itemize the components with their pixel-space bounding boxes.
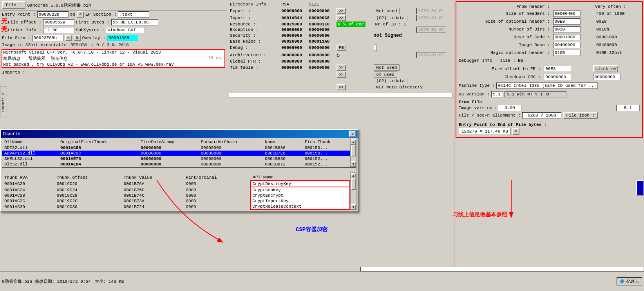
debug-rva: 00000000 (280, 44, 307, 51)
hint4: 0000 (183, 198, 250, 204)
import-label: Import : (228, 14, 280, 22)
right-scrollbar-h[interactable] (360, 267, 644, 271)
debug-dropdown[interactable] (374, 45, 377, 51)
sooh-val2: 00E0 (595, 19, 608, 24)
tds2: 00000000 (138, 151, 198, 156)
table-row: Resource : 00025000 000001E0 0 % of exe … (228, 22, 453, 27)
trva5: 0001AC30 (2, 204, 54, 210)
exception-date: 1970-01-01 (416, 27, 446, 33)
table-row: Magic optional header : 010B 010B 32bit (458, 49, 640, 56)
table-row: Number of Dirs : 0010 0010h (458, 26, 640, 33)
file-alignment-val: 0200 / 1000 (522, 112, 561, 119)
ft1: 000150... (302, 145, 350, 151)
arch-size: 00000000 (308, 51, 335, 59)
top-scrollbar-v[interactable]: ▲ ▼ (350, 139, 356, 167)
col-thunk-rva: Thunk RVA (2, 174, 54, 181)
ib-val1: 00400000 (553, 42, 581, 48)
hint1: 0000 (183, 181, 250, 187)
entry-to-end-btn[interactable]: > (512, 128, 520, 135)
nod-label: Number of Dirs : (458, 26, 551, 33)
table-row: 0001AC24 00019C24 0001B75C 0000 CryptGen… (2, 187, 350, 193)
globalptr-size: 00000000 (308, 59, 335, 64)
debug-pb-btn[interactable]: PB (336, 45, 346, 51)
n4: 0001B872 (262, 162, 302, 167)
tval3: 0001B74C (121, 193, 184, 198)
from-file-title: From file (459, 100, 482, 104)
table-row-selected[interactable]: ADVAPI32.dll 0001AC0C 00000000 00000000 … (2, 151, 350, 156)
tls-arrow-btn[interactable]: >> (336, 65, 346, 71)
image-version-right: 5.1 (616, 105, 640, 111)
security-label: Security : (228, 32, 280, 39)
export-arrow-btn[interactable]: >> (336, 8, 346, 14)
tls-label: TLS Table : (228, 64, 280, 71)
table-row[interactable]: GDI32.dll 0001AC58 00000000 00000000 000… (2, 145, 350, 151)
scroll-down-btn2[interactable]: ▼ (351, 204, 356, 210)
ib-val2: 00400000 (595, 42, 618, 48)
col-name: Name (262, 139, 302, 145)
click-me-btn[interactable]: click me (593, 65, 619, 72)
net-arrow-btn[interactable]: >> (336, 84, 346, 90)
scroll-down-btn[interactable]: ▼ (351, 161, 356, 167)
blue-side-btn[interactable] (636, 180, 644, 196)
export-date: 1970-01-01 (416, 8, 446, 14)
ib-label: Image Base : (458, 41, 551, 48)
dialog-close-btn[interactable]: ✕ (349, 131, 356, 137)
scroll-up-btn[interactable]: ▲ (351, 139, 356, 145)
debugger-info-label: Debugger Info - size : (459, 58, 516, 63)
taskbar-item[interactable]: 🔷 亿速云 (617, 277, 642, 286)
table-row: TLS Table : 00000000 00000000 >> Not use… (228, 64, 453, 71)
taskbar-label: 亿速云 (626, 278, 639, 284)
toff5: 00019C30 (54, 204, 121, 210)
security-size: 00000000 (308, 32, 335, 39)
basereloc-label: Base Reloc : (228, 39, 280, 44)
extra1-arrow-btn[interactable]: >> (336, 72, 346, 78)
refresh-icon[interactable]: ↻ (336, 52, 340, 58)
col-thunk-value: Thunk Value (121, 174, 184, 181)
exception-rva: 00000000 (280, 27, 307, 32)
checksum-val2: 00000000 (593, 74, 620, 80)
arch-label: Architecture : (228, 51, 280, 59)
subsystem-value: Windows GUI (106, 27, 145, 33)
scroll-up-btn2[interactable]: ▲ (351, 173, 356, 178)
tls-status: Not used (374, 65, 400, 71)
net-meta-label: .NET Meta Directory (374, 85, 423, 90)
file-info: 9勒索病毒.bin 修改日期: 2019/2/2 0:54 (2, 278, 91, 284)
col-hint: Hint/Ordinal (183, 174, 250, 181)
boc-val2: 00001000 (595, 34, 618, 40)
ft2: 000150... (302, 151, 350, 156)
resource-rva: 00025000 (280, 22, 307, 27)
file-size-right-btn[interactable]: N (74, 35, 81, 41)
ep-section-label: EP Section : (85, 12, 116, 17)
api1: CryptDestroyKey (250, 181, 350, 187)
resource-nrid: Nr of ID : 1 (374, 22, 408, 27)
trva1: 0001AC20 (2, 181, 54, 187)
ft4: 000152... (302, 162, 350, 167)
bottom-scrollbar-v[interactable]: ▲ ▼ (350, 172, 356, 210)
table-row: File offset to PE : 00E8 click me (458, 65, 640, 73)
debug-size: 00000000 (308, 44, 335, 51)
security-rva: 00000000 (280, 32, 307, 39)
top-scrollbar-h[interactable] (2, 167, 356, 172)
ep-arrow-btn[interactable]: < (77, 11, 84, 18)
trva4: 0001AC2C (2, 198, 54, 204)
overlay-label: Overlay : (82, 36, 105, 40)
os-version-label: OS version : (459, 92, 490, 97)
dll4: ole32.dll (2, 162, 58, 167)
res-ovl: RES/OVL : 0 / 3 % (71, 43, 114, 47)
api3: CryptEncrypt (250, 193, 350, 198)
entry-to-end-val: 120279 = 117.46 KB (459, 128, 511, 135)
very-often-label: Very often : (594, 4, 640, 9)
file-size-left-btn[interactable]: < (65, 35, 72, 41)
fc2: 00000000 (198, 151, 262, 156)
dialog-title: Imports (2, 131, 20, 136)
import-arrow-btn[interactable]: >> (336, 15, 346, 21)
file-icon-btn[interactable]: File icon : (563, 112, 598, 119)
table-row[interactable]: ole32.dll 0001AED4 00000000 00000000 000… (2, 162, 350, 167)
file-button[interactable]: File : (2, 1, 25, 9)
table-row[interactable]: SHELL32.dll 0001AE78 00000000 00000000 0… (2, 156, 350, 162)
ft3: 000152... (302, 156, 350, 162)
middle-scrollbar[interactable] (229, 93, 452, 97)
image-version-val: 0.00 (498, 105, 521, 111)
api4: CryptImportKey (250, 198, 350, 204)
oo-label: oo (70, 12, 75, 17)
